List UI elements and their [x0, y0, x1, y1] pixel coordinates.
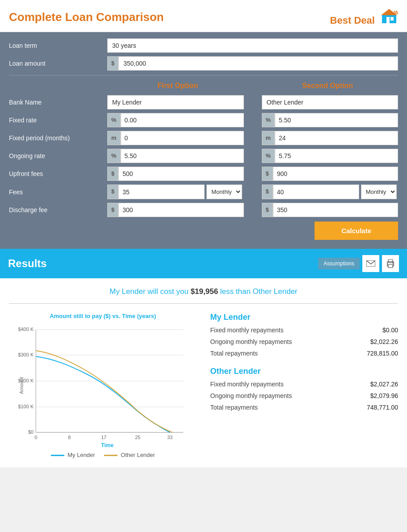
second-upfront-fees-prefix: $: [262, 167, 273, 181]
first-discharge-input[interactable]: [118, 203, 243, 217]
page-title: Complete Loan Comparison: [9, 10, 164, 24]
second-fees-period-select[interactable]: Monthly Annual: [361, 184, 397, 199]
loan-term-label: Loan term: [9, 42, 107, 49]
chart-legend: My Lender Other Lender: [9, 452, 197, 458]
fees-row: Fees $ Monthly Annual $: [9, 184, 398, 199]
first-ongoing-rate-input[interactable]: [121, 149, 244, 163]
summary-text2: less than Other Lender: [218, 287, 298, 296]
loan-amount-input[interactable]: [118, 56, 398, 71]
first-upfront-fees-prefix: $: [107, 167, 118, 181]
my-lender-ongoing-monthly-value: $2,022.26: [370, 338, 398, 345]
my-lender-ongoing-monthly: Ongoing monthly repayments $2,022.26: [210, 338, 399, 347]
summary-bold: $19,956: [191, 287, 218, 296]
calculate-row: Calculate: [9, 222, 398, 240]
discharge-fee-row: Discharge fee $ $: [9, 203, 398, 217]
form-divider: [9, 75, 398, 75]
print-button[interactable]: [382, 255, 399, 272]
first-option-header: First Option: [107, 80, 248, 92]
logo-icon: 4Me: [380, 8, 398, 24]
fixed-period-row: Fixed period (months) m m: [9, 131, 398, 145]
loan-amount-prefix: $: [107, 56, 118, 71]
my-lender-legend: My Lender: [51, 452, 95, 458]
loan-term-row: Loan term: [9, 38, 398, 53]
fixed-period-label: Fixed period (months): [9, 134, 107, 142]
svg-text:4Me: 4Me: [393, 10, 398, 15]
calculate-button[interactable]: Calculate: [315, 222, 398, 240]
other-lender-fixed-monthly-label: Fixed monthly repayments: [210, 381, 284, 388]
email-button[interactable]: [362, 255, 379, 272]
other-lender-legend: Other Lender: [104, 452, 155, 458]
results-content: My Lender will cost you $19,956 less tha…: [0, 278, 407, 467]
first-bank-name-input[interactable]: [107, 95, 244, 109]
second-option-header: Second Option: [257, 80, 399, 92]
second-fixed-rate-prefix: %: [262, 113, 275, 127]
svg-text:0: 0: [34, 435, 37, 440]
svg-text:$400 K: $400 K: [18, 327, 34, 332]
svg-text:Amount: Amount: [19, 377, 24, 394]
my-lender-fixed-monthly: Fixed monthly repayments $0.00: [210, 327, 399, 335]
first-fixed-period-prefix: m: [107, 131, 121, 145]
other-lender-ongoing-monthly-value: $2,079.96: [370, 392, 398, 399]
svg-text:$300 K: $300 K: [18, 352, 34, 357]
bank-name-label: Bank Name: [9, 99, 107, 106]
svg-rect-7: [388, 264, 393, 268]
upfront-fees-row: Upfront fees $ $: [9, 167, 398, 181]
upfront-fees-label: Upfront fees: [9, 170, 107, 177]
other-lender-legend-line: [104, 455, 117, 456]
results-main: Amount still to pay ($) vs. Time (years)…: [9, 313, 398, 458]
svg-text:17: 17: [101, 435, 106, 440]
my-lender-fixed-monthly-label: Fixed monthly repayments: [210, 327, 284, 334]
fees-label: Fees: [9, 189, 107, 196]
my-lender-name: My Lender: [210, 313, 399, 322]
first-fixed-period-input[interactable]: [121, 131, 244, 145]
results-summary: My Lender will cost you $19,956 less tha…: [9, 287, 398, 296]
other-lender-section: Other Lender Fixed monthly repayments $2…: [210, 367, 399, 413]
ongoing-rate-label: Ongoing rate: [9, 152, 107, 159]
chart-title: Amount still to pay ($) vs. Time (years): [9, 313, 197, 319]
other-lender-fixed-monthly: Fixed monthly repayments $2,027.26: [210, 381, 399, 390]
first-upfront-fees-input[interactable]: [118, 167, 243, 181]
options-header: First Option Second Option: [9, 80, 398, 92]
logo: Best Deal 4Me: [330, 8, 398, 26]
first-ongoing-rate-prefix: %: [107, 149, 121, 163]
fixed-rate-row: Fixed rate % %: [9, 113, 398, 127]
svg-text:Time: Time: [101, 442, 113, 448]
other-lender-total-value: 748,771.00: [367, 404, 398, 411]
second-fees-input[interactable]: [273, 184, 359, 199]
first-discharge-prefix: $: [107, 203, 118, 217]
my-lender-fixed-monthly-value: $0.00: [382, 327, 398, 334]
assumptions-button[interactable]: Assumptions: [318, 258, 360, 269]
my-lender-total: Total repayments 728,815.00: [210, 350, 399, 359]
second-bank-name-input[interactable]: [262, 95, 399, 109]
chart-container: $400 K $300 K $200 K $100 K $0: [9, 323, 197, 448]
second-discharge-prefix: $: [262, 203, 273, 217]
second-fixed-rate-input[interactable]: [275, 113, 398, 127]
discharge-fee-label: Discharge fee: [9, 206, 107, 214]
fixed-rate-label: Fixed rate: [9, 117, 107, 124]
loan-amount-label: Loan amount: [9, 60, 107, 67]
other-lender-fixed-monthly-value: $2,027.26: [370, 381, 398, 388]
print-icon: [386, 259, 395, 268]
second-fixed-period-input[interactable]: [275, 131, 398, 145]
svg-rect-8: [388, 260, 393, 263]
bank-name-row: Bank Name: [9, 95, 398, 109]
my-lender-ongoing-monthly-label: Ongoing monthly repayments: [210, 338, 292, 345]
email-icon: [366, 260, 375, 267]
first-fees-input[interactable]: [118, 184, 205, 199]
results-title: Results: [8, 257, 47, 270]
first-fees-period-select[interactable]: Monthly Annual: [206, 184, 242, 199]
results-bar: Results Assumptions: [0, 249, 407, 278]
second-upfront-fees-input[interactable]: [273, 167, 398, 181]
results-data: My Lender Fixed monthly repayments $0.00…: [210, 313, 399, 458]
second-discharge-input[interactable]: [273, 203, 398, 217]
second-fixed-period-prefix: m: [262, 131, 275, 145]
my-lender-legend-line: [51, 455, 64, 456]
other-lender-total-label: Total repayments: [210, 404, 258, 411]
results-divider: [9, 303, 398, 304]
loan-term-input[interactable]: [107, 38, 398, 53]
svg-rect-3: [390, 17, 394, 21]
other-lender-name: Other Lender: [210, 367, 399, 376]
second-ongoing-rate-input[interactable]: [275, 149, 398, 163]
svg-text:33: 33: [167, 435, 172, 440]
first-fixed-rate-input[interactable]: [121, 113, 244, 127]
